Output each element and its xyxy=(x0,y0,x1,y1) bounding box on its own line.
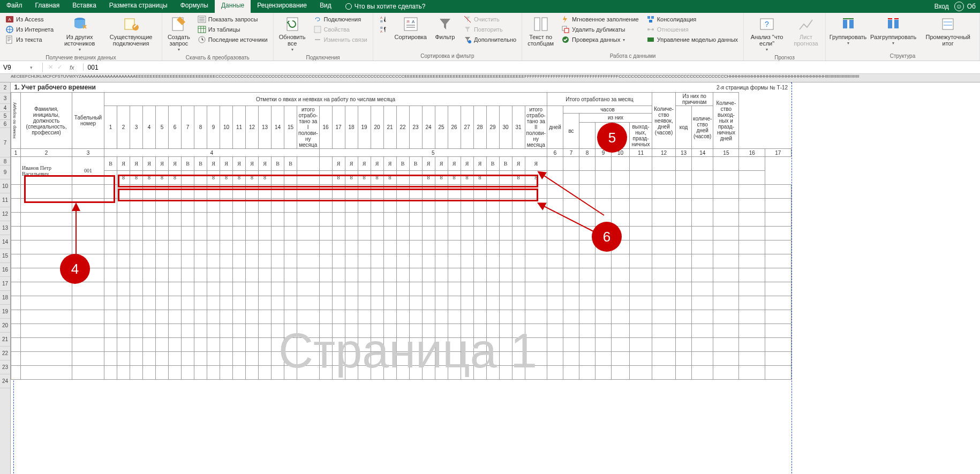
empty-cell[interactable] xyxy=(194,296,207,310)
data-cell[interactable]: В xyxy=(396,157,409,171)
empty-cell[interactable] xyxy=(207,240,220,254)
empty-cell[interactable] xyxy=(130,227,143,240)
fx-icon[interactable]: fx xyxy=(66,64,78,71)
empty-cell[interactable] xyxy=(563,213,579,227)
empty-cell[interactable] xyxy=(332,366,345,380)
empty-cell[interactable] xyxy=(207,254,220,268)
empty-cell[interactable] xyxy=(630,310,652,324)
data-cell[interactable]: 8 xyxy=(473,171,486,185)
empty-cell[interactable] xyxy=(692,296,713,310)
empty-cell[interactable] xyxy=(371,213,383,227)
empty-cell[interactable] xyxy=(156,213,169,227)
empty-cell[interactable] xyxy=(630,254,652,268)
empty-cell[interactable] xyxy=(233,310,246,324)
tab-review[interactable]: Рецензирование xyxy=(251,0,313,13)
empty-cell[interactable] xyxy=(358,338,371,352)
data-cell[interactable] xyxy=(676,157,692,171)
empty-cell[interactable] xyxy=(512,296,525,310)
empty-cell[interactable] xyxy=(297,254,320,268)
empty-cell[interactable] xyxy=(486,199,499,213)
empty-cell[interactable] xyxy=(579,338,595,352)
empty-cell[interactable] xyxy=(692,324,713,338)
table-row[interactable] xyxy=(11,282,791,296)
empty-cell[interactable] xyxy=(332,282,345,296)
empty-cell[interactable] xyxy=(448,366,461,380)
empty-cell[interactable] xyxy=(435,310,448,324)
empty-cell[interactable] xyxy=(207,185,220,199)
empty-cell[interactable] xyxy=(182,352,194,366)
empty-cell[interactable] xyxy=(169,324,182,338)
empty-cell[interactable] xyxy=(486,254,499,268)
empty-cell[interactable] xyxy=(422,185,435,199)
empty-cell[interactable] xyxy=(246,213,259,227)
empty-cell[interactable] xyxy=(169,310,182,324)
empty-cell[interactable] xyxy=(692,254,713,268)
data-cell[interactable] xyxy=(739,171,765,185)
empty-cell[interactable] xyxy=(233,185,246,199)
data-cell[interactable]: В xyxy=(499,157,512,171)
empty-cell[interactable] xyxy=(259,282,272,296)
new-query-button[interactable]: Создать запрос xyxy=(165,14,192,54)
empty-cell[interactable] xyxy=(396,310,409,324)
subtotal-button[interactable]: Промежуточный итог xyxy=(919,14,976,48)
empty-cell[interactable] xyxy=(499,324,512,338)
empty-cell[interactable] xyxy=(284,254,297,268)
empty-cell[interactable] xyxy=(143,282,156,296)
empty-cell[interactable] xyxy=(435,240,448,254)
data-cell[interactable] xyxy=(579,157,595,171)
empty-cell[interactable] xyxy=(595,268,612,282)
data-cell[interactable]: Я xyxy=(332,157,345,171)
empty-cell[interactable] xyxy=(448,227,461,240)
empty-cell[interactable] xyxy=(233,227,246,240)
empty-cell[interactable] xyxy=(692,366,713,380)
refresh-all-button[interactable]: Обновить все xyxy=(277,14,308,54)
empty-cell[interactable] xyxy=(220,240,233,254)
empty-cell[interactable] xyxy=(319,254,332,268)
empty-cell[interactable] xyxy=(130,310,143,324)
empty-cell[interactable] xyxy=(272,254,284,268)
empty-cell[interactable] xyxy=(739,199,765,213)
empty-cell[interactable] xyxy=(182,324,194,338)
empty-cell[interactable] xyxy=(345,240,358,254)
empty-cell[interactable] xyxy=(630,185,652,199)
empty-cell[interactable] xyxy=(182,296,194,310)
empty-cell[interactable] xyxy=(499,338,512,352)
data-cell[interactable]: 8 xyxy=(448,171,461,185)
empty-cell[interactable] xyxy=(358,282,371,296)
empty-cell[interactable] xyxy=(207,366,220,380)
data-cell[interactable]: 8 xyxy=(246,171,259,185)
row-header[interactable]: 14 xyxy=(0,235,10,249)
empty-cell[interactable] xyxy=(11,213,21,227)
empty-cell[interactable] xyxy=(765,310,791,324)
row-header[interactable]: 24 xyxy=(0,374,10,388)
empty-cell[interactable] xyxy=(512,338,525,352)
empty-cell[interactable] xyxy=(579,185,595,199)
empty-cell[interactable] xyxy=(612,338,630,352)
relationships-button[interactable]: Отношения xyxy=(644,25,740,34)
empty-cell[interactable] xyxy=(499,310,512,324)
empty-cell[interactable] xyxy=(169,338,182,352)
timesheet-table[interactable]: 1. Учет рабочего времени 2-я страница фо… xyxy=(11,82,791,380)
empty-cell[interactable] xyxy=(297,213,320,227)
empty-cell[interactable] xyxy=(358,310,371,324)
data-cell[interactable] xyxy=(595,157,612,171)
empty-cell[interactable] xyxy=(713,366,739,380)
empty-cell[interactable] xyxy=(595,199,612,213)
empty-cell[interactable] xyxy=(319,352,332,366)
empty-cell[interactable] xyxy=(104,227,117,240)
empty-cell[interactable] xyxy=(525,185,547,199)
empty-cell[interactable] xyxy=(182,199,194,213)
empty-cell[interactable] xyxy=(595,185,612,199)
empty-cell[interactable] xyxy=(676,338,692,352)
empty-cell[interactable] xyxy=(435,296,448,310)
empty-cell[interactable] xyxy=(332,227,345,240)
empty-cell[interactable] xyxy=(207,296,220,310)
table-row[interactable] xyxy=(11,254,791,268)
empty-cell[interactable] xyxy=(563,366,579,380)
empty-cell[interactable] xyxy=(652,268,676,282)
tell-me[interactable]: Что вы хотите сделать? xyxy=(345,0,426,13)
empty-cell[interactable] xyxy=(652,338,676,352)
empty-cell[interactable] xyxy=(297,310,320,324)
empty-cell[interactable] xyxy=(220,199,233,213)
empty-cell[interactable] xyxy=(676,199,692,213)
